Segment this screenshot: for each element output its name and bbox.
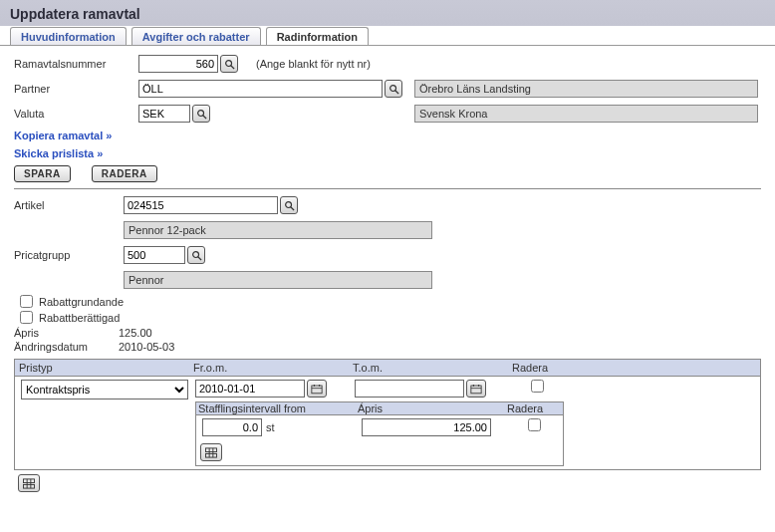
search-icon (224, 59, 235, 70)
search-icon (388, 84, 399, 95)
rabattgrundande-label: Rabattgrundande (39, 296, 124, 308)
artikel-lookup-button[interactable] (280, 196, 298, 214)
svg-rect-10 (312, 386, 322, 394)
rabattgrundande-checkbox[interactable] (20, 295, 33, 308)
partner-name: Örebro Läns Landsting (414, 80, 758, 98)
divider (14, 188, 761, 189)
svg-point-8 (192, 251, 198, 257)
artikel-label: Artikel (14, 199, 124, 211)
col-tom: T.o.m. (349, 360, 508, 376)
tom-date-button[interactable] (466, 380, 486, 398)
pricatgrupp-input[interactable] (124, 246, 185, 264)
col-radera: Radera (508, 360, 558, 376)
tab-radinformation[interactable]: Radinformation (266, 27, 369, 45)
svg-line-1 (230, 65, 233, 68)
kopiera-ramavtal-link[interactable]: Kopiera ramavtal » (14, 130, 761, 141)
apris-value: 125.00 (119, 327, 152, 339)
svg-rect-15 (206, 453, 217, 457)
col-staff-apris: Ápris (356, 402, 505, 414)
svg-line-7 (290, 206, 293, 209)
andringsdatum-value: 2010-05-03 (119, 341, 174, 353)
pristyp-add-row-button[interactable] (18, 474, 40, 492)
spara-button[interactable]: SPARA (14, 165, 71, 182)
staff-apris-input[interactable] (362, 418, 491, 436)
artikel-name: Pennor 12-pack (124, 221, 432, 239)
tom-input[interactable] (355, 380, 464, 398)
tabs: Huvudinformation Avgifter och rabatter R… (0, 26, 775, 46)
ramavtalsnummer-label: Ramavtalsnummer (14, 58, 138, 70)
apris-label: Ápris (14, 327, 119, 339)
col-staff-radera: Radera (505, 402, 555, 414)
tab-huvudinformation[interactable]: Huvudinformation (10, 27, 127, 45)
pricatgrupp-name: Pennor (124, 271, 432, 289)
ramavtalsnummer-input[interactable] (138, 55, 218, 73)
svg-rect-14 (206, 447, 217, 451)
pricatgrupp-lookup-button[interactable] (187, 246, 205, 264)
partner-input[interactable] (138, 80, 383, 98)
svg-rect-18 (471, 386, 481, 394)
add-row-icon (22, 478, 36, 489)
col-pristyp: Pristyp (15, 360, 189, 376)
add-row-icon (204, 447, 218, 458)
pristyp-table: Pristyp Fr.o.m. T.o.m. Radera Kontraktsp… (14, 359, 761, 470)
ramavtalsnummer-hint: (Ange blankt för nytt nr) (256, 58, 371, 70)
svg-point-6 (285, 201, 291, 207)
search-icon (196, 109, 207, 120)
radera-button[interactable]: RADERA (92, 165, 157, 182)
svg-point-4 (197, 110, 203, 116)
valuta-label: Valuta (14, 108, 138, 120)
from-input[interactable] (195, 380, 305, 398)
from-date-button[interactable] (307, 380, 327, 398)
valuta-input[interactable] (138, 105, 190, 123)
skicka-prislista-link[interactable]: Skicka prislista » (14, 147, 761, 159)
partner-lookup-button[interactable] (385, 80, 402, 98)
svg-rect-23 (24, 484, 35, 488)
valuta-lookup-button[interactable] (192, 105, 210, 123)
rabattberattigad-label: Rabattberättigad (39, 312, 120, 324)
staffling-table: Stafflingsintervall from Ápris Radera st (195, 401, 564, 466)
pricatgrupp-label: Pricatgrupp (14, 249, 124, 261)
svg-line-3 (394, 90, 397, 93)
pristyp-select[interactable]: Kontraktspris (21, 380, 188, 399)
rabattberattigad-checkbox[interactable] (20, 311, 33, 324)
valuta-name: Svensk Krona (414, 105, 758, 123)
stafflingsintervall-input[interactable] (202, 418, 262, 436)
page-title: Uppdatera ramavtal (10, 6, 765, 22)
tab-avgifter-rabatter[interactable]: Avgifter och rabatter (131, 27, 261, 45)
calendar-icon (470, 384, 482, 395)
svg-line-5 (202, 115, 205, 118)
calendar-icon (311, 384, 323, 395)
ramavtalsnummer-lookup-button[interactable] (220, 55, 238, 73)
col-from: Fr.o.m. (189, 360, 349, 376)
artikel-input[interactable] (124, 196, 278, 214)
col-stafflingsintervall: Stafflingsintervall from (196, 402, 356, 414)
svg-rect-22 (24, 478, 35, 482)
svg-point-0 (225, 60, 231, 66)
stafflingsintervall-unit: st (266, 421, 275, 433)
svg-line-9 (197, 256, 200, 259)
page-header: Uppdatera ramavtal (0, 0, 775, 26)
search-icon (284, 200, 295, 211)
partner-label: Partner (14, 83, 138, 95)
pristyp-radera-checkbox[interactable] (531, 380, 544, 393)
staffling-add-row-button[interactable] (200, 443, 222, 461)
search-icon (191, 250, 202, 261)
andringsdatum-label: Ändringsdatum (14, 341, 119, 353)
svg-point-2 (389, 85, 395, 91)
staff-radera-checkbox[interactable] (528, 418, 541, 431)
